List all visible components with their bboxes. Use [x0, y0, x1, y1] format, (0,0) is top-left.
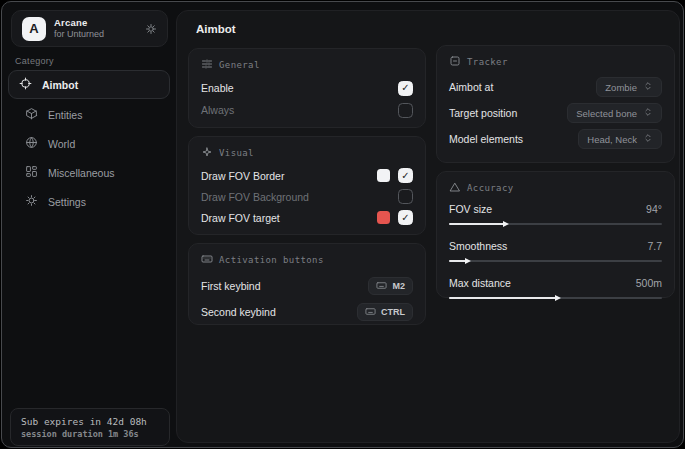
setting-row-target-position: Target position Selected bone	[449, 100, 662, 126]
sidebar-item-entities[interactable]: Entities	[8, 100, 170, 129]
panel-title: General	[219, 60, 260, 70]
slider-value: 500m	[636, 277, 662, 289]
brand-card: A Arcane for Unturned	[11, 10, 168, 47]
triangle-icon	[449, 181, 461, 195]
sidebar-item-label: World	[48, 138, 75, 150]
sidebar: A Arcane for Unturned Category Aimbot En…	[2, 2, 176, 447]
gear-icon	[25, 194, 38, 209]
setting-label: Aimbot at	[449, 81, 493, 93]
panel-title: Accuracy	[467, 183, 514, 193]
sidebar-item-world[interactable]: World	[8, 129, 170, 158]
second-keybind-button[interactable]: CTRL	[357, 303, 413, 321]
tracker-panel-header: Tracker	[449, 55, 662, 69]
setting-label: Target position	[449, 107, 517, 119]
setting-controls	[377, 210, 413, 225]
accuracy-panel: Accuracy FOV size 94° Smoothness 7.7	[436, 171, 675, 298]
setting-row-fov-target: Draw FOV target	[201, 207, 413, 228]
sidebar-item-label: Entities	[48, 109, 82, 121]
app-title: Arcane	[54, 17, 104, 29]
sidebar-item-settings[interactable]: Settings	[8, 187, 170, 216]
smoothness-slider[interactable]	[449, 257, 662, 265]
setting-label: First keybind	[201, 280, 261, 292]
setting-row-first-keybind: First keybind M2	[201, 274, 413, 298]
select-value: Zombie	[605, 82, 637, 93]
slider-thumb[interactable]	[555, 295, 561, 301]
general-panel: General Enable Always	[188, 48, 426, 128]
activation-panel-header: Activation buttons	[201, 253, 413, 267]
general-panel-header: General	[201, 58, 413, 72]
slider-labels: FOV size 94°	[449, 200, 662, 218]
keyboard-icon	[365, 306, 376, 319]
crosshair-icon	[19, 77, 32, 92]
panel-title: Activation buttons	[219, 255, 324, 265]
sidebar-item-aimbot[interactable]: Aimbot	[8, 70, 170, 99]
keyboard-icon	[376, 280, 387, 293]
main-content: Aimbot General Enable Always Visual	[176, 10, 680, 443]
color-swatch[interactable]	[377, 169, 390, 182]
fov-target-checkbox[interactable]	[398, 210, 413, 225]
panel-title: Tracker	[467, 57, 508, 67]
slider-fill	[449, 260, 466, 262]
sidebar-item-label: Aimbot	[42, 79, 78, 91]
always-checkbox[interactable]	[398, 103, 413, 118]
fov-size-slider[interactable]	[449, 220, 662, 228]
setting-label: Draw FOV Background	[201, 191, 309, 203]
sidebar-item-miscellaneous[interactable]: Miscellaneous	[8, 158, 170, 187]
accuracy-panel-header: Accuracy	[449, 181, 662, 195]
fov-background-checkbox[interactable]	[398, 189, 413, 204]
chevrons-up-down-icon	[643, 81, 653, 93]
target-position-select[interactable]: Selected bone	[567, 103, 662, 123]
setting-label: FOV size	[449, 203, 492, 215]
app-window: A Arcane for Unturned Category Aimbot En…	[1, 1, 684, 448]
session-duration-text: session duration 1m 36s	[21, 429, 159, 439]
category-label: Category	[15, 56, 54, 66]
max-distance-slider[interactable]	[449, 294, 662, 302]
slider-fill	[449, 297, 556, 299]
setting-row-fov-background: Draw FOV Background	[201, 186, 413, 207]
setting-row-second-keybind: Second keybind CTRL	[201, 300, 413, 324]
sidebar-item-label: Settings	[48, 196, 86, 208]
color-swatch[interactable]	[377, 211, 390, 224]
slider-labels: Smoothness 7.7	[449, 237, 662, 255]
slider-thumb[interactable]	[503, 221, 509, 227]
slider-track	[449, 260, 662, 262]
visual-panel-header: Visual	[201, 146, 413, 160]
setting-label: Draw FOV Border	[201, 170, 284, 182]
sparkle-icon	[201, 146, 213, 160]
slider-row-max-distance: Max distance 500m	[449, 274, 662, 302]
setting-label: Enable	[201, 82, 234, 94]
model-elements-select[interactable]: Head, Neck	[578, 129, 662, 149]
globe-icon	[25, 136, 38, 151]
brand-text: Arcane for Unturned	[54, 17, 104, 40]
slider-value: 94°	[646, 203, 662, 215]
tracker-panel: Tracker Aimbot at Zombie Target position…	[436, 45, 675, 163]
setting-label: Max distance	[449, 277, 511, 289]
setting-row-aimbot-at: Aimbot at Zombie	[449, 74, 662, 100]
subscription-status-card: Sub expires in 42d 08h session duration …	[10, 408, 170, 446]
sub-expiry-text: Sub expires in 42d 08h	[21, 416, 159, 427]
sliders-icon	[201, 58, 213, 72]
slider-fill	[449, 223, 504, 225]
aimbot-at-select[interactable]: Zombie	[596, 77, 662, 97]
settings-gear-icon[interactable]	[145, 23, 157, 35]
keybind-value: CTRL	[381, 307, 405, 317]
cube-icon	[25, 107, 38, 122]
first-keybind-button[interactable]: M2	[368, 277, 413, 295]
setting-controls	[377, 189, 413, 204]
app-logo: A	[22, 17, 46, 41]
setting-controls	[377, 168, 413, 183]
chevrons-up-down-icon	[643, 133, 653, 145]
slider-value: 7.7	[647, 240, 662, 252]
setting-row-model-elements: Model elements Head, Neck	[449, 126, 662, 152]
sidebar-nav: Aimbot Entities World Miscellaneous Sett…	[2, 70, 176, 216]
enable-checkbox[interactable]	[398, 81, 413, 96]
dashboard-icon	[25, 165, 38, 180]
select-value: Head, Neck	[587, 134, 637, 145]
slider-row-fov-size: FOV size 94°	[449, 200, 662, 228]
activation-panel: Activation buttons First keybind M2 Seco…	[188, 243, 426, 325]
fov-border-checkbox[interactable]	[398, 168, 413, 183]
panel-title: Visual	[219, 148, 254, 158]
slider-thumb[interactable]	[465, 258, 471, 264]
box-minus-icon	[449, 55, 461, 69]
setting-row-enable: Enable	[201, 77, 413, 99]
